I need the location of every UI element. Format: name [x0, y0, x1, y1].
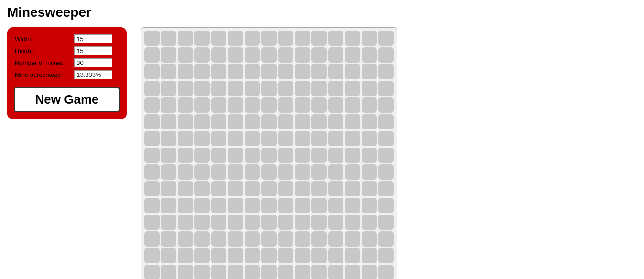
cell[interactable]: [362, 265, 377, 279]
cell[interactable]: [295, 198, 310, 213]
cell[interactable]: [211, 265, 226, 279]
cell[interactable]: [378, 231, 394, 247]
cell[interactable]: [362, 248, 377, 263]
cell[interactable]: [178, 97, 193, 113]
cell[interactable]: [211, 64, 226, 79]
cell[interactable]: [378, 47, 394, 63]
cell[interactable]: [211, 164, 226, 180]
cell[interactable]: [245, 248, 260, 263]
cell[interactable]: [278, 248, 293, 263]
cell[interactable]: [211, 114, 226, 129]
cell[interactable]: [161, 81, 176, 96]
cell[interactable]: [211, 198, 226, 213]
cell[interactable]: [144, 64, 160, 79]
cell[interactable]: [144, 97, 160, 113]
cell[interactable]: [228, 64, 243, 79]
cell[interactable]: [228, 265, 243, 279]
cell[interactable]: [278, 31, 293, 46]
cell[interactable]: [311, 181, 327, 196]
cell[interactable]: [311, 148, 327, 163]
cell[interactable]: [295, 31, 310, 46]
cell[interactable]: [161, 114, 176, 129]
cell[interactable]: [144, 265, 160, 279]
cell[interactable]: [345, 181, 360, 196]
cell[interactable]: [362, 31, 377, 46]
cell[interactable]: [228, 81, 243, 96]
cell[interactable]: [378, 97, 394, 113]
cell[interactable]: [295, 114, 310, 129]
cell[interactable]: [328, 97, 343, 113]
cell[interactable]: [161, 131, 176, 146]
cell[interactable]: [245, 231, 260, 247]
cell[interactable]: [295, 131, 310, 146]
cell[interactable]: [178, 131, 193, 146]
cell[interactable]: [295, 81, 310, 96]
cell[interactable]: [345, 97, 360, 113]
cell[interactable]: [211, 215, 226, 230]
cell[interactable]: [311, 81, 327, 96]
cell[interactable]: [378, 215, 394, 230]
cell[interactable]: [178, 31, 193, 46]
cell[interactable]: [194, 47, 210, 63]
cell[interactable]: [295, 164, 310, 180]
cell[interactable]: [295, 97, 310, 113]
cell[interactable]: [278, 198, 293, 213]
cell[interactable]: [144, 231, 160, 247]
cell[interactable]: [144, 181, 160, 196]
cell[interactable]: [261, 164, 277, 180]
cell[interactable]: [194, 231, 210, 247]
cell[interactable]: [194, 181, 210, 196]
cell[interactable]: [311, 215, 327, 230]
cell[interactable]: [245, 181, 260, 196]
cell[interactable]: [362, 131, 377, 146]
cell[interactable]: [362, 97, 377, 113]
cell[interactable]: [362, 215, 377, 230]
cell[interactable]: [328, 148, 343, 163]
cell[interactable]: [345, 31, 360, 46]
cell[interactable]: [311, 31, 327, 46]
cell[interactable]: [194, 31, 210, 46]
cell[interactable]: [261, 181, 277, 196]
mines-input[interactable]: [74, 58, 112, 67]
cell[interactable]: [245, 64, 260, 79]
cell[interactable]: [211, 97, 226, 113]
cell[interactable]: [161, 97, 176, 113]
cell[interactable]: [345, 164, 360, 180]
cell[interactable]: [178, 265, 193, 279]
cell[interactable]: [161, 47, 176, 63]
cell[interactable]: [245, 164, 260, 180]
cell[interactable]: [161, 64, 176, 79]
cell[interactable]: [328, 248, 343, 263]
cell[interactable]: [245, 114, 260, 129]
cell[interactable]: [295, 181, 310, 196]
cell[interactable]: [345, 231, 360, 247]
cell[interactable]: [378, 31, 394, 46]
cell[interactable]: [144, 248, 160, 263]
cell[interactable]: [261, 148, 277, 163]
cell[interactable]: [261, 131, 277, 146]
cell[interactable]: [161, 265, 176, 279]
cell[interactable]: [328, 181, 343, 196]
cell[interactable]: [245, 81, 260, 96]
height-input[interactable]: [74, 46, 112, 55]
cell[interactable]: [161, 215, 176, 230]
cell[interactable]: [245, 47, 260, 63]
cell[interactable]: [295, 248, 310, 263]
cell[interactable]: [311, 198, 327, 213]
cell[interactable]: [228, 164, 243, 180]
cell[interactable]: [278, 47, 293, 63]
cell[interactable]: [194, 64, 210, 79]
cell[interactable]: [278, 64, 293, 79]
cell[interactable]: [362, 148, 377, 163]
cell[interactable]: [362, 64, 377, 79]
cell[interactable]: [261, 198, 277, 213]
cell[interactable]: [378, 131, 394, 146]
cell[interactable]: [328, 198, 343, 213]
cell[interactable]: [194, 215, 210, 230]
cell[interactable]: [178, 114, 193, 129]
cell[interactable]: [144, 164, 160, 180]
cell[interactable]: [161, 181, 176, 196]
cell[interactable]: [278, 181, 293, 196]
cell[interactable]: [228, 31, 243, 46]
cell[interactable]: [345, 64, 360, 79]
